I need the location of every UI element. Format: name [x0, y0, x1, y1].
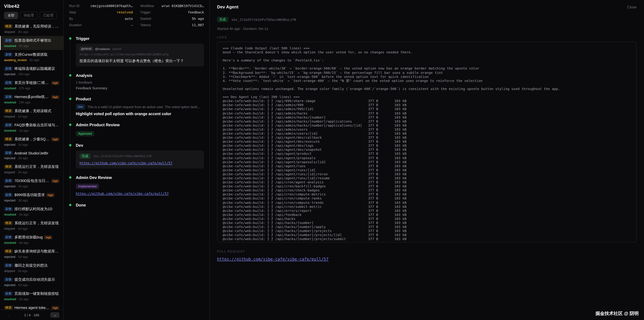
prev-page-button[interactable]: ←: [4, 312, 13, 318]
item-time: · 5h ago: [16, 44, 29, 48]
item-title: 7D/30D应包含当日数据: [14, 178, 50, 183]
app-title: Vibe42: [4, 3, 59, 9]
timeline-step-admin-dev-review: Admin Dev Review Implemented https://git…: [76, 175, 204, 196]
item-type-badge: 反馈: [4, 193, 13, 197]
item-time: · 1d ago: [16, 143, 28, 146]
item-time: · 3d ago: [16, 184, 28, 188]
item-time: · 1d ago: [16, 129, 29, 132]
list-item[interactable]: 反馈 撤回之前提交的想法 skipped · 5d ago: [0, 261, 64, 275]
item-type-badge: 错误: [4, 137, 13, 141]
pagination-bar: ← 1 / 4 · 165 →: [0, 309, 64, 320]
implemented-badge: Implemented: [76, 184, 99, 189]
list-item[interactable]: 错误 系统运行正常，无错误发现 skipped · 4d ago: [0, 219, 64, 233]
run-field-by: Byauto: [69, 17, 133, 21]
filter-tab[interactable]: 全部: [4, 12, 18, 19]
priority-high-badge: high: [51, 81, 59, 85]
item-status: resolved: [4, 241, 16, 244]
channel-badge: general: [80, 47, 93, 51]
list-item[interactable]: 反馈 投票选项样式不够突出 resolved · 5h ago: [0, 36, 64, 50]
field-value: feedback: [188, 11, 204, 14]
run-detail-panel: Run IDcmojgzoxb000107kqdth…Workflowwrun_…: [64, 0, 210, 320]
item-type-badge: 反馈: [4, 123, 13, 127]
field-label: Trigger: [140, 11, 151, 14]
pull-request-link[interactable]: https://github.com/vibe-cafe/vibe-cafe/p…: [217, 257, 328, 261]
item-title: 提交成功后自动消失提示: [14, 277, 55, 282]
item-title: 撤回之前提交的想法: [14, 263, 48, 268]
field-value: resolved: [117, 11, 133, 14]
item-status: resolved: [4, 129, 16, 132]
item-time: · 1d ago: [15, 115, 28, 118]
item-status: resolved: [4, 297, 16, 301]
list-item[interactable]: 反馈 终端筛选项默认隐藏建议 rejected · 15h ago: [0, 64, 64, 78]
item-status: resolved: [4, 213, 16, 216]
timeline-step-analysis: Analysis 1 feedback Feedback Summary: [76, 73, 204, 90]
list-item[interactable]: 反馈 提交成功后自动消失提示 rejected · 5d ago: [0, 275, 64, 289]
step-status-dot: [69, 176, 72, 179]
list-item[interactable]: 错误 Hermes agent token未统 high: [0, 303, 64, 309]
trigger-item-url[interactable]: https://vibecafe.ai/item/cmojpxt0000z0dl…: [80, 53, 200, 56]
item-title: 页面须加一键复制链接按钮: [14, 291, 59, 296]
step-label: Trigger: [76, 36, 204, 41]
timeline-step-product: Product low This is a valid UI polish re…: [76, 97, 204, 116]
filter-tab[interactable]: 待处理: [20, 12, 38, 19]
product-proposal-title: Highlight voted poll option with orange …: [76, 112, 204, 116]
list-item[interactable]: 反馈 支持Cursor数据抓取 awaiting_review · 5h ago: [0, 50, 64, 64]
field-label: Run ID: [69, 4, 80, 8]
run-field-tokens: Tokens11,987: [140, 23, 204, 27]
list-item[interactable]: 错误 系统健康，无错误模式 skipped · 1d ago: [0, 106, 64, 121]
analysis-summary[interactable]: Feedback Summary: [76, 86, 204, 90]
item-status: rejected: [4, 255, 16, 258]
run-field-run-id: Run IDcmojgzoxb000107kqdth…: [69, 4, 133, 8]
item-type-badge: 错误: [4, 221, 13, 225]
dev-agent-card[interactable]: 完成 sbx_211m3h7zb2oPv7UOazzWb98uLzYN http…: [76, 150, 204, 169]
trigger-card[interactable]: general @malasso solved https://vibecafe…: [76, 44, 204, 67]
list-item[interactable]: 反馈 FAQ折叠面板点击区域与动画优化 resolved · 1d ago: [0, 121, 64, 135]
list-item[interactable]: 错误 缺失表查询错误与数据库正常运行 rejected · 5d ago: [0, 247, 64, 261]
item-time: · 19h ago: [16, 100, 30, 104]
priority-high-badge: high: [46, 193, 54, 197]
item-title: FAQ折叠面板点击区域与动画优化: [14, 123, 59, 128]
list-item[interactable]: 反馈 首页分享链接/二维码错误 high resolved · 17h ago: [0, 78, 64, 92]
timeline-step-dev: Dev 完成 sbx_211m3h7zb2oPv7UOazzWb98uLzYN …: [76, 143, 204, 169]
field-label: By: [69, 17, 73, 21]
list-item[interactable]: 错误 系统健康，少量SQL模式错误 high rejected · 1d ago: [0, 135, 64, 149]
item-status: rejected: [4, 143, 16, 146]
item-title: Hermes多profile统计遗漏: [14, 94, 50, 99]
list-item[interactable]: 反馈 7D/30D应包含当日数据 high rejected · 3d ago: [0, 176, 64, 190]
next-page-button[interactable]: →: [50, 312, 59, 318]
priority-high-badge: high: [51, 95, 59, 99]
priority-badge: low: [76, 104, 85, 110]
review-pull-request-link[interactable]: https://github.com/vibe-cafe/vibe-cafe/p…: [76, 192, 169, 195]
item-title: 终端筛选项默认隐藏建议: [14, 66, 55, 71]
panel-title: Dev Agent: [217, 4, 238, 10]
field-value: wrun_01KQBK197V141CD…: [162, 4, 204, 8]
priority-high-badge: high: [51, 137, 59, 141]
step-status-dot: [69, 124, 72, 126]
app-window: Vibe42 全部待处理已处理 错误 系统健康，无应用错误，Auth重启… sk…: [0, 0, 644, 320]
trigger-message: 投票后的选项目前不太明显 可以参考点赞色（橙色）突出一下？: [80, 59, 200, 64]
list-item[interactable]: 反馈 页面须加一键复制链接按钮 resolved · 5d ago: [0, 289, 64, 303]
run-field-workflow: Workflowwrun_01KQBK197V141CD…: [140, 4, 204, 8]
filter-tab[interactable]: 已处理: [40, 12, 57, 19]
list-item[interactable]: 反馈 Hermes多profile统计遗漏 high resolved · 19…: [0, 92, 64, 106]
agent-run-meta: Started 4h ago · Duration: 5m 1s: [217, 27, 636, 31]
priority-high-badge: high: [51, 179, 59, 183]
list-item[interactable]: 错误 系统运行正常，无错误发现 skipped · 3d ago: [0, 162, 64, 176]
dev-pull-request-link[interactable]: https://github.com/vibe-cafe/vibe-cafe/p…: [80, 161, 172, 165]
close-button[interactable]: Close: [627, 5, 636, 9]
list-item[interactable]: 反馈 多图滑动加载bug high resolved · 4d ago: [0, 233, 64, 247]
item-type-badge: 错误: [4, 305, 13, 309]
analysis-count: 1 feedback: [76, 81, 204, 84]
list-item[interactable]: 错误 系统健康，无应用错误，Auth重启… skipped · 3m ago: [0, 22, 64, 36]
priority-high-badge: high: [44, 235, 52, 239]
list-item[interactable]: 反馈 $999筛选功能需求 high rejected · 3d ago: [0, 190, 64, 204]
item-title: Android Studio/JetBr: [14, 151, 48, 155]
page-indicator: 1 / 4 · 165: [24, 313, 39, 317]
field-label: Started: [140, 17, 151, 21]
item-time: · 5d ago: [16, 255, 28, 258]
item-type-badge: 错误: [4, 24, 13, 29]
list-item[interactable]: 反馈 Android Studio/JetBr rejected · 2d ag…: [0, 149, 64, 162]
log-scroll-container[interactable]: === Claude Code Output (last 500 lines) …: [217, 42, 636, 242]
log-output: === Claude Code Output (last 500 lines) …: [223, 46, 631, 241]
list-item[interactable]: 反馈 排行榜默认时间改为1D resolved · 3d ago: [0, 204, 64, 219]
